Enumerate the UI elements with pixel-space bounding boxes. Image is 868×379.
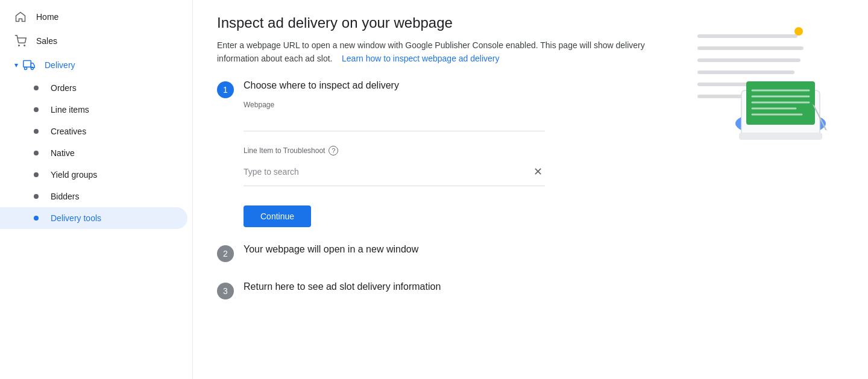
sidebar-item-native-label: Native — [51, 148, 75, 158]
dot-icon — [34, 172, 39, 177]
sidebar-item-orders-label: Orders — [51, 83, 77, 93]
sidebar-item-creatives-label: Creatives — [51, 127, 86, 136]
clear-icon[interactable]: ✕ — [531, 163, 545, 181]
sidebar-item-delivery-label: Delivery — [45, 60, 75, 70]
svg-rect-2 — [24, 61, 31, 67]
sidebar-item-sales[interactable]: Sales — [0, 29, 187, 53]
sidebar-item-sales-label: Sales — [36, 36, 57, 46]
sidebar-item-yield-groups-label: Yield groups — [51, 170, 97, 180]
truck-icon — [23, 59, 35, 71]
dot-icon — [34, 194, 39, 199]
chevron-down-icon: ▾ — [14, 61, 18, 69]
description: Enter a webpage URL to open a new window… — [217, 39, 663, 66]
cart-icon — [14, 35, 27, 47]
svg-point-0 — [19, 45, 20, 46]
svg-point-4 — [31, 67, 33, 69]
dot-active-icon — [34, 216, 39, 221]
webpage-form-group: Webpage — [244, 101, 545, 131]
sidebar-item-line-items[interactable]: Line items — [0, 99, 187, 121]
continue-button[interactable]: Continue — [244, 205, 311, 227]
line-item-label-text: Line Item to Troubleshoot — [244, 146, 325, 155]
home-icon — [14, 11, 27, 23]
sidebar-item-line-items-label: Line items — [51, 105, 89, 114]
step-3-content: Return here to see ad slot delivery info… — [244, 281, 844, 302]
step-3-label: Return here to see ad slot delivery info… — [244, 281, 844, 292]
step-3: 3 Return here to see ad slot delivery in… — [217, 281, 844, 302]
dot-icon — [34, 86, 39, 90]
illustration — [675, 12, 844, 145]
dot-icon — [34, 107, 39, 112]
sidebar-item-native[interactable]: Native — [0, 142, 187, 164]
search-input[interactable] — [244, 167, 531, 177]
svg-point-5 — [794, 27, 803, 36]
sidebar-item-delivery[interactable]: ▾ Delivery — [0, 53, 187, 77]
sidebar-item-yield-groups[interactable]: Yield groups — [0, 164, 187, 186]
sidebar-item-delivery-tools-label: Delivery tools — [51, 213, 101, 223]
dot-icon — [34, 129, 39, 134]
line-item-label-row: Line Item to Troubleshoot ? — [244, 146, 545, 155]
main-content: Inspect ad delivery on your webpage Ente… — [193, 0, 868, 379]
sidebar-item-orders[interactable]: Orders — [0, 77, 187, 99]
svg-point-1 — [24, 45, 25, 46]
step-2: 2 Your webpage will open in a new window — [217, 244, 844, 265]
sidebar-item-creatives[interactable]: Creatives — [0, 121, 187, 142]
svg-rect-14 — [739, 133, 822, 140]
step-3-number: 3 — [217, 283, 234, 299]
search-field: ✕ — [244, 158, 545, 186]
sidebar-item-home-label: Home — [36, 12, 58, 22]
step-1-number: 1 — [217, 81, 234, 98]
step-2-label: Your webpage will open in a new window — [244, 244, 844, 255]
sidebar-item-bidders-label: Bidders — [51, 192, 79, 201]
sidebar-item-bidders[interactable]: Bidders — [0, 186, 187, 207]
dot-icon — [34, 151, 39, 155]
help-icon[interactable]: ? — [329, 146, 338, 155]
step-2-number: 2 — [217, 245, 234, 262]
sidebar: Home Sales ▾ Delivery Orders — [0, 0, 193, 379]
line-item-form-group: Line Item to Troubleshoot ? ✕ — [244, 146, 545, 186]
svg-point-3 — [25, 67, 27, 69]
step-2-content: Your webpage will open in a new window — [244, 244, 844, 265]
sidebar-item-delivery-tools[interactable]: Delivery tools — [0, 207, 187, 229]
webpage-input[interactable] — [244, 111, 545, 131]
webpage-label: Webpage — [244, 101, 545, 109]
sidebar-item-home[interactable]: Home — [0, 5, 187, 29]
learn-link[interactable]: Learn how to inspect webpage ad delivery — [342, 54, 500, 63]
